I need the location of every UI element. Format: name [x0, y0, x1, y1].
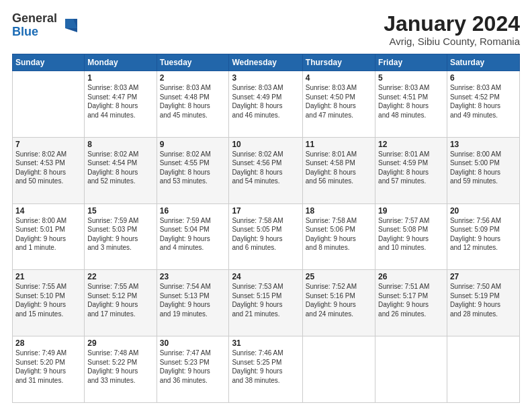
week-row-3: 21Sunrise: 7:55 AM Sunset: 5:10 PM Dayli… — [13, 270, 520, 336]
day-number: 20 — [450, 206, 517, 216]
day-cell: 18Sunrise: 7:58 AM Sunset: 5:06 PM Dayli… — [302, 203, 375, 270]
day-info: Sunrise: 7:49 AM Sunset: 5:20 PM Dayligh… — [15, 349, 81, 385]
day-cell: 26Sunrise: 7:51 AM Sunset: 5:17 PM Dayli… — [375, 270, 447, 336]
day-number: 4 — [306, 73, 372, 83]
day-number: 1 — [87, 73, 153, 83]
day-info: Sunrise: 8:03 AM Sunset: 4:49 PM Dayligh… — [232, 83, 299, 120]
day-info: Sunrise: 8:01 AM Sunset: 4:58 PM Dayligh… — [306, 150, 372, 186]
day-info: Sunrise: 7:59 AM Sunset: 5:04 PM Dayligh… — [160, 216, 226, 253]
week-row-4: 28Sunrise: 7:49 AM Sunset: 5:20 PM Dayli… — [13, 336, 520, 403]
day-number: 3 — [232, 73, 299, 83]
day-cell: 20Sunrise: 7:56 AM Sunset: 5:09 PM Dayli… — [447, 203, 519, 270]
day-info: Sunrise: 7:59 AM Sunset: 5:03 PM Dayligh… — [87, 216, 153, 253]
day-cell: 28Sunrise: 7:49 AM Sunset: 5:20 PM Dayli… — [13, 336, 85, 403]
logo-general: General — [12, 11, 57, 25]
day-cell: 5Sunrise: 8:03 AM Sunset: 4:51 PM Daylig… — [375, 71, 447, 138]
header-sunday: Sunday — [13, 54, 85, 71]
header: General Blue January 2024 Avrig, Sibiu C… — [12, 12, 520, 47]
day-cell: 7Sunrise: 8:02 AM Sunset: 4:53 PM Daylig… — [13, 137, 85, 203]
day-cell: 13Sunrise: 8:00 AM Sunset: 5:00 PM Dayli… — [447, 137, 519, 203]
day-number: 27 — [450, 272, 517, 281]
day-number: 19 — [378, 206, 444, 216]
day-number: 14 — [15, 206, 81, 216]
day-cell: 2Sunrise: 8:03 AM Sunset: 4:48 PM Daylig… — [157, 71, 229, 138]
day-number: 13 — [450, 140, 517, 149]
day-cell: 9Sunrise: 8:02 AM Sunset: 4:55 PM Daylig… — [157, 137, 229, 203]
day-cell: 6Sunrise: 8:03 AM Sunset: 4:52 PM Daylig… — [447, 71, 519, 138]
day-cell — [302, 336, 375, 403]
day-number: 16 — [160, 206, 226, 216]
page-subtitle: Avrig, Sibiu County, Romania — [384, 36, 520, 47]
day-info: Sunrise: 7:57 AM Sunset: 5:08 PM Dayligh… — [378, 216, 444, 253]
day-info: Sunrise: 8:03 AM Sunset: 4:51 PM Dayligh… — [378, 83, 444, 120]
day-cell: 10Sunrise: 8:02 AM Sunset: 4:56 PM Dayli… — [229, 137, 302, 203]
calendar-body: 1Sunrise: 8:03 AM Sunset: 4:47 PM Daylig… — [13, 71, 520, 403]
day-cell — [447, 336, 519, 403]
week-row-1: 7Sunrise: 8:02 AM Sunset: 4:53 PM Daylig… — [13, 137, 520, 203]
day-cell — [375, 336, 447, 403]
day-number: 10 — [232, 140, 299, 149]
day-number: 22 — [87, 272, 153, 281]
logo-icon — [58, 16, 77, 35]
week-row-2: 14Sunrise: 8:00 AM Sunset: 5:01 PM Dayli… — [13, 203, 520, 270]
header-saturday: Saturday — [447, 54, 519, 71]
header-wednesday: Wednesday — [229, 54, 302, 71]
day-cell: 8Sunrise: 8:02 AM Sunset: 4:54 PM Daylig… — [85, 137, 157, 203]
day-cell: 4Sunrise: 8:03 AM Sunset: 4:50 PM Daylig… — [302, 71, 375, 138]
day-number: 7 — [15, 140, 81, 149]
header-tuesday: Tuesday — [157, 54, 229, 71]
day-number: 23 — [160, 272, 226, 281]
day-info: Sunrise: 7:55 AM Sunset: 5:12 PM Dayligh… — [87, 282, 153, 318]
day-number: 12 — [378, 140, 444, 149]
day-cell: 30Sunrise: 7:47 AM Sunset: 5:23 PM Dayli… — [157, 336, 229, 403]
svg-marker-1 — [65, 28, 77, 32]
day-cell: 31Sunrise: 7:46 AM Sunset: 5:25 PM Dayli… — [229, 336, 302, 403]
day-number: 30 — [160, 338, 226, 348]
day-number: 2 — [160, 73, 226, 83]
day-info: Sunrise: 7:56 AM Sunset: 5:09 PM Dayligh… — [450, 216, 517, 253]
day-info: Sunrise: 7:53 AM Sunset: 5:15 PM Dayligh… — [232, 282, 299, 318]
day-number: 21 — [15, 272, 81, 281]
day-info: Sunrise: 8:02 AM Sunset: 4:56 PM Dayligh… — [232, 150, 299, 186]
day-cell: 27Sunrise: 7:50 AM Sunset: 5:19 PM Dayli… — [447, 270, 519, 336]
day-cell: 14Sunrise: 8:00 AM Sunset: 5:01 PM Dayli… — [13, 203, 85, 270]
page: General Blue January 2024 Avrig, Sibiu C… — [0, 0, 532, 411]
day-info: Sunrise: 8:03 AM Sunset: 4:48 PM Dayligh… — [160, 83, 226, 120]
day-cell: 12Sunrise: 8:01 AM Sunset: 4:59 PM Dayli… — [375, 137, 447, 203]
day-info: Sunrise: 7:46 AM Sunset: 5:25 PM Dayligh… — [232, 349, 299, 385]
day-cell: 11Sunrise: 8:01 AM Sunset: 4:58 PM Dayli… — [302, 137, 375, 203]
day-cell: 3Sunrise: 8:03 AM Sunset: 4:49 PM Daylig… — [229, 71, 302, 138]
day-info: Sunrise: 8:03 AM Sunset: 4:50 PM Dayligh… — [306, 83, 372, 120]
day-info: Sunrise: 7:50 AM Sunset: 5:19 PM Dayligh… — [450, 282, 517, 318]
day-number: 5 — [378, 73, 444, 83]
day-info: Sunrise: 8:01 AM Sunset: 4:59 PM Dayligh… — [378, 150, 444, 186]
day-cell: 1Sunrise: 8:03 AM Sunset: 4:47 PM Daylig… — [85, 71, 157, 138]
day-number: 29 — [87, 338, 153, 348]
calendar-table: Sunday Monday Tuesday Wednesday Thursday… — [12, 54, 520, 403]
day-number: 11 — [306, 140, 372, 149]
day-number: 24 — [232, 272, 299, 281]
day-info: Sunrise: 7:48 AM Sunset: 5:22 PM Dayligh… — [87, 349, 153, 385]
day-info: Sunrise: 8:02 AM Sunset: 4:55 PM Dayligh… — [160, 150, 226, 186]
calendar-header: Sunday Monday Tuesday Wednesday Thursday… — [13, 54, 520, 71]
day-number: 9 — [160, 140, 226, 149]
day-info: Sunrise: 7:52 AM Sunset: 5:16 PM Dayligh… — [306, 282, 372, 318]
header-row: Sunday Monday Tuesday Wednesday Thursday… — [13, 54, 520, 71]
day-info: Sunrise: 7:51 AM Sunset: 5:17 PM Dayligh… — [378, 282, 444, 318]
day-cell: 29Sunrise: 7:48 AM Sunset: 5:22 PM Dayli… — [85, 336, 157, 403]
day-number: 17 — [232, 206, 299, 216]
logo-blue: Blue — [12, 25, 38, 38]
day-info: Sunrise: 8:00 AM Sunset: 5:00 PM Dayligh… — [450, 150, 517, 186]
header-thursday: Thursday — [302, 54, 375, 71]
day-info: Sunrise: 7:54 AM Sunset: 5:13 PM Dayligh… — [160, 282, 226, 318]
day-cell: 15Sunrise: 7:59 AM Sunset: 5:03 PM Dayli… — [85, 203, 157, 270]
day-info: Sunrise: 8:03 AM Sunset: 4:52 PM Dayligh… — [450, 83, 517, 120]
header-friday: Friday — [375, 54, 447, 71]
day-cell: 17Sunrise: 7:58 AM Sunset: 5:05 PM Dayli… — [229, 203, 302, 270]
day-info: Sunrise: 7:47 AM Sunset: 5:23 PM Dayligh… — [160, 349, 226, 385]
day-cell: 23Sunrise: 7:54 AM Sunset: 5:13 PM Dayli… — [157, 270, 229, 336]
page-title: January 2024 — [384, 12, 520, 36]
day-number: 28 — [15, 338, 81, 348]
logo: General Blue — [12, 12, 77, 39]
day-number: 8 — [87, 140, 153, 149]
